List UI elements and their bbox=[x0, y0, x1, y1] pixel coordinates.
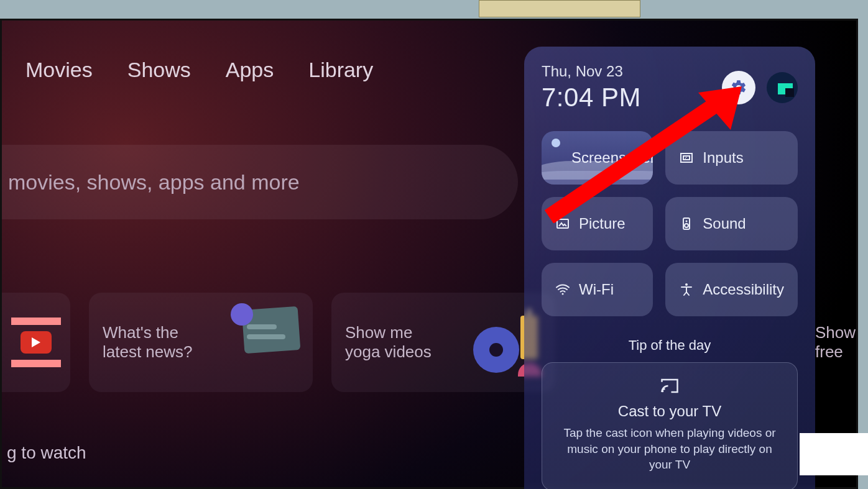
qs-time: 7:04 PM bbox=[542, 83, 641, 112]
tile-accessibility[interactable]: Accessibility bbox=[665, 263, 798, 316]
tile-inputs[interactable]: Inputs bbox=[665, 131, 798, 185]
tile-sound-label: Sound bbox=[703, 215, 746, 232]
wifi-icon bbox=[555, 282, 570, 297]
search-bar[interactable]: movies, shows, apps and more bbox=[2, 145, 518, 219]
tile-inputs-label: Inputs bbox=[703, 149, 743, 167]
speaker-icon bbox=[679, 216, 694, 231]
section-label: g to watch bbox=[7, 443, 86, 463]
svg-point-2 bbox=[686, 221, 688, 222]
tab-movies[interactable]: Movies bbox=[25, 58, 93, 82]
tab-library[interactable]: Library bbox=[308, 58, 373, 82]
tile-wifi[interactable]: Wi-Fi bbox=[542, 263, 653, 316]
svg-point-4 bbox=[562, 293, 564, 295]
cast-icon bbox=[658, 377, 681, 395]
svg-point-5 bbox=[685, 283, 688, 286]
tile-screensaver[interactable]: Screensaver bbox=[542, 131, 653, 185]
qs-tiles: Screensaver Inputs Picture Sound Wi-Fi bbox=[542, 131, 798, 316]
profile-avatar[interactable] bbox=[767, 72, 798, 103]
tile-accessibility-label: Accessibility bbox=[703, 281, 784, 298]
qs-header: Thu, Nov 23 7:04 PM bbox=[542, 63, 798, 112]
accessibility-icon bbox=[679, 282, 694, 297]
card-yoga-label: Show me yoga videos bbox=[345, 323, 462, 362]
input-icon bbox=[679, 150, 694, 165]
card-youtube[interactable] bbox=[2, 293, 70, 392]
tip-section: Tip of the day Cast to your TV Tap the c… bbox=[542, 337, 798, 489]
tip-card-title: Cast to your TV bbox=[560, 403, 780, 420]
search-placeholder: movies, shows, apps and more bbox=[8, 170, 300, 194]
tip-heading: Tip of the day bbox=[542, 337, 798, 354]
svg-point-3 bbox=[685, 224, 688, 227]
tip-card-body: Tap the cast icon when playing videos or… bbox=[560, 425, 780, 473]
tile-screensaver-label: Screensaver bbox=[571, 149, 653, 167]
tv-frame: Movies Shows Apps Library movies, shows,… bbox=[0, 19, 858, 489]
card-news[interactable]: What's the latest news? bbox=[89, 293, 313, 392]
tv-screen: Movies Shows Apps Library movies, shows,… bbox=[2, 21, 856, 487]
suggestion-cards: What's the latest news? Show me yoga vid… bbox=[2, 293, 555, 392]
card-yoga[interactable]: Show me yoga videos bbox=[331, 293, 555, 392]
card-news-label: What's the latest news? bbox=[103, 323, 219, 362]
qs-date: Thu, Nov 23 bbox=[542, 63, 641, 80]
wall-mount bbox=[479, 0, 640, 17]
gear-icon bbox=[730, 79, 747, 96]
tile-picture[interactable]: Picture bbox=[542, 197, 653, 250]
tip-card[interactable]: Cast to your TV Tap the cast icon when p… bbox=[542, 362, 798, 489]
tab-apps[interactable]: Apps bbox=[226, 58, 274, 82]
nav-tabs: Movies Shows Apps Library bbox=[25, 58, 373, 82]
tile-picture-label: Picture bbox=[579, 215, 626, 232]
tile-sound[interactable]: Sound bbox=[665, 197, 798, 250]
tile-wifi-label: Wi-Fi bbox=[579, 281, 614, 298]
settings-button[interactable] bbox=[722, 71, 755, 104]
youtube-icon bbox=[11, 318, 61, 367]
news-illustration bbox=[231, 308, 299, 377]
card-offscreen-fragment: Show free bbox=[815, 293, 856, 392]
picture-icon bbox=[555, 216, 570, 231]
quick-settings-panel: Thu, Nov 23 7:04 PM Screensaver bbox=[524, 47, 815, 489]
watermark-box bbox=[800, 433, 868, 475]
tab-shows[interactable]: Shows bbox=[127, 58, 191, 82]
svg-point-6 bbox=[662, 390, 663, 392]
